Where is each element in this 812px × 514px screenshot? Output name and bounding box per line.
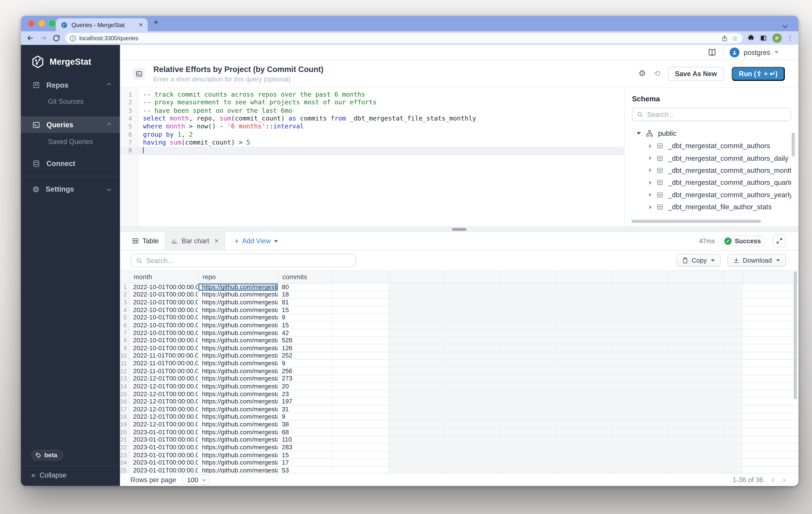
cell-empty[interactable] (500, 382, 556, 390)
cell-empty[interactable] (389, 306, 444, 313)
cell-repo[interactable]: https://github.com/mergestat/... (198, 360, 278, 367)
cell-commits[interactable]: 15 (278, 306, 332, 313)
cell-empty[interactable] (500, 428, 556, 436)
cell-empty[interactable] (332, 329, 389, 336)
cell-empty[interactable] (444, 459, 500, 466)
cell-empty[interactable] (500, 337, 556, 344)
cell-empty[interactable] (668, 375, 724, 382)
browser-tab[interactable]: Queries - MergeStat (56, 18, 148, 31)
cell-empty[interactable] (668, 398, 724, 405)
sql-editor[interactable]: 1-- track commit counts across repos ove… (120, 88, 625, 227)
cell-month[interactable]: 2022-10-01T00:00:00.000Z (129, 322, 198, 329)
cell-empty[interactable] (389, 291, 444, 298)
cell-empty[interactable] (444, 344, 500, 351)
cell-empty[interactable] (500, 322, 556, 329)
sidebar-item-repos[interactable]: Repos (21, 77, 120, 93)
cell-empty[interactable] (332, 284, 389, 291)
cell-empty[interactable] (500, 329, 556, 336)
cell-month[interactable]: 2022-10-01T00:00:00.000Z (129, 329, 198, 336)
cell-empty[interactable] (724, 413, 743, 420)
caret-right-icon[interactable] (649, 193, 652, 197)
cell-empty[interactable] (500, 444, 556, 451)
cell-empty[interactable] (500, 459, 556, 466)
cell-empty[interactable] (556, 367, 612, 374)
cell-repo[interactable]: https://github.com/mergestat/... (198, 398, 278, 405)
cell-commits[interactable]: 68 (278, 428, 332, 436)
cell-empty[interactable] (668, 284, 724, 291)
cell-empty[interactable] (389, 436, 444, 443)
cell-empty[interactable] (332, 299, 389, 306)
cell-empty[interactable] (612, 291, 668, 298)
cell-empty[interactable] (668, 421, 724, 428)
cell-empty[interactable] (444, 375, 500, 382)
cell-repo[interactable]: https://github.com/mergestat/... (198, 421, 278, 428)
cell-commits[interactable]: 252 (278, 352, 332, 359)
code-text[interactable]: having sum(commit_count) > 5 (138, 139, 624, 147)
cell-empty[interactable] (332, 382, 389, 390)
cell-empty[interactable] (724, 467, 743, 473)
caret-right-icon[interactable] (649, 168, 652, 172)
code-line[interactable]: 8 (120, 147, 624, 155)
cell-month[interactable]: 2022-11-01T00:00:00.000Z (129, 352, 198, 359)
cell-empty[interactable] (332, 291, 389, 298)
cell-empty[interactable] (556, 344, 612, 351)
cell-empty[interactable] (556, 451, 612, 459)
cell-empty[interactable] (332, 367, 389, 374)
cell-empty[interactable] (556, 444, 612, 451)
cell-repo[interactable]: https://github.com/mergestat/... (198, 375, 278, 382)
window-controls[interactable] (28, 20, 55, 27)
cell-empty[interactable] (389, 352, 444, 359)
cell-month[interactable]: 2022-12-01T00:00:00.000Z (129, 375, 198, 382)
cell-empty[interactable] (500, 375, 556, 382)
cell-empty[interactable] (668, 314, 724, 321)
browser-profile-avatar[interactable]: P (772, 33, 782, 43)
cell-empty[interactable] (444, 390, 500, 397)
cell-empty[interactable] (612, 360, 668, 367)
cell-empty[interactable] (724, 337, 743, 344)
code-line[interactable]: 2-- proxy measurement to see what projec… (120, 99, 624, 107)
schema-table-item[interactable]: _dbt_mergestat_commit_authors_daily (632, 152, 791, 164)
splitter-handle[interactable] (452, 228, 466, 231)
expand-button[interactable] (773, 234, 786, 248)
schema-search-input[interactable] (647, 110, 786, 118)
cell-empty[interactable] (500, 413, 556, 420)
code-line[interactable]: 5where month > now() - '6 months'::inter… (120, 123, 624, 131)
zoom-window-button[interactable] (49, 20, 55, 27)
collapse-button[interactable]: Collapse (21, 466, 120, 486)
cell-empty[interactable] (556, 467, 612, 473)
cell-month[interactable]: 2022-11-01T00:00:00.000Z (129, 367, 198, 374)
cell-commits[interactable]: 81 (278, 299, 332, 306)
cell-month[interactable]: 2023-01-01T00:00:00.000Z (129, 444, 198, 451)
cell-empty[interactable] (444, 421, 500, 428)
query-history-icon[interactable] (654, 69, 660, 78)
cell-commits[interactable]: 528 (278, 337, 332, 344)
cell-empty[interactable] (332, 413, 389, 420)
copy-button[interactable]: Copy (676, 254, 721, 267)
cell-empty[interactable] (389, 322, 444, 329)
close-icon[interactable] (214, 238, 219, 244)
column-header-repo[interactable]: repo (198, 271, 278, 283)
cell-empty[interactable] (332, 451, 389, 459)
cell-empty[interactable] (724, 390, 743, 397)
cell-month[interactable]: 2022-10-01T00:00:00.000Z (129, 314, 198, 321)
cell-empty[interactable] (500, 291, 556, 298)
cell-empty[interactable] (444, 413, 500, 420)
cell-empty[interactable] (444, 352, 500, 359)
cell-empty[interactable] (389, 451, 444, 459)
cell-empty[interactable] (668, 344, 724, 351)
cell-empty[interactable] (500, 344, 556, 351)
cell-empty[interactable] (332, 398, 389, 405)
cell-repo[interactable]: https://github.com/mergestat/... (198, 352, 278, 359)
cell-empty[interactable] (556, 375, 612, 382)
cell-empty[interactable] (556, 360, 612, 367)
grid-vertical-scrollbar[interactable] (794, 272, 797, 399)
schema-horizontal-scrollbar[interactable] (631, 220, 761, 223)
cell-empty[interactable] (724, 360, 743, 367)
cell-empty[interactable] (500, 398, 556, 405)
cell-repo[interactable]: https://github.com/mergestat/... (198, 314, 278, 321)
cell-empty[interactable] (500, 405, 556, 413)
cell-commits[interactable]: 15 (278, 451, 332, 459)
cell-repo[interactable]: https://github.com/mergestat/... (198, 459, 278, 466)
cell-empty[interactable] (389, 444, 444, 451)
results-search-input[interactable] (146, 257, 351, 264)
